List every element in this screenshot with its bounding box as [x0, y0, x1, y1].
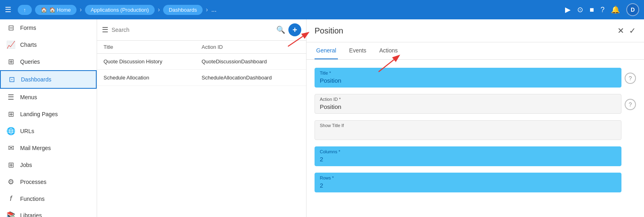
sidebar-item-queries[interactable]: ⊞ Queries [0, 53, 97, 70]
dashboards-button[interactable]: Dashboards [163, 5, 203, 15]
tab-events[interactable]: Events [348, 42, 368, 59]
confirm-icon[interactable]: ✓ [629, 26, 636, 35]
sidebar-item-charts[interactable]: 📈 Charts [0, 36, 97, 53]
sidebar-item-label: Jobs [20, 162, 32, 168]
stop-icon[interactable]: ■ [590, 6, 594, 14]
title-field-value: Position [315, 76, 621, 87]
queries-icon: ⊞ [6, 57, 15, 66]
landing-pages-icon: ⊞ [6, 110, 15, 119]
sidebar-item-processes[interactable]: ⚙ Processes [0, 173, 97, 190]
show-title-if-field-label: Show Title If [315, 121, 621, 129]
column-action-id: Action ID [202, 44, 300, 50]
spotlight-icon[interactable]: ⊙ [577, 5, 583, 14]
rows-field-value: 2 [315, 181, 621, 192]
detail-tabs: General Events Actions [306, 42, 644, 60]
topbar: ☰ ↑ 🏠 🏠 Home › Applications (Production)… [0, 0, 644, 19]
sidebar-item-dashboards[interactable]: ⊡ Dashboards [0, 70, 97, 89]
sidebar-item-landing-pages[interactable]: ⊞ Landing Pages [0, 106, 97, 123]
detail-title: Position [315, 26, 617, 35]
row-action-id: ScheduleAllocationDashboard [202, 75, 300, 81]
menus-icon: ☰ [6, 93, 15, 102]
sidebar-item-forms[interactable]: ⊟ Forms [0, 19, 97, 36]
home-icon: 🏠 [41, 7, 47, 13]
detail-panel: Position ✕ ✓ General Events Actions Titl… [306, 19, 644, 217]
action-id-field-value: Position [315, 102, 621, 113]
show-title-if-field[interactable]: Show Title If [315, 120, 621, 140]
back-button[interactable]: ↑ [18, 5, 32, 15]
search-icon[interactable]: 🔍 [276, 25, 285, 34]
notification-icon[interactable]: 🔔 [611, 5, 620, 14]
show-title-if-field-row: Show Title If ? [315, 120, 636, 140]
title-field[interactable]: Title * Position [315, 68, 621, 88]
sidebar-item-urls[interactable]: 🌐 URLs [0, 123, 97, 140]
columns-field-label: Columns * [315, 147, 621, 155]
applications-button[interactable]: Applications (Production) [85, 5, 155, 15]
sidebar-item-libraries[interactable]: 📚 Libraries [0, 207, 97, 217]
columns-field[interactable]: Columns * 2 [315, 146, 621, 166]
list-columns: Title Action ID [97, 41, 306, 54]
title-field-label: Title * [315, 68, 621, 76]
tab-actions[interactable]: Actions [378, 42, 400, 59]
action-id-field-label: Action ID * [315, 94, 621, 102]
separator-1: › [80, 6, 82, 13]
separator-2: › [158, 6, 160, 13]
rows-field-label: Rows * [315, 173, 621, 181]
columns-field-value: 2 [315, 155, 621, 166]
sidebar-item-label: Menus [20, 94, 37, 100]
row-title: Schedule Allocation [104, 75, 202, 81]
sidebar-item-functions[interactable]: f Functions [0, 190, 97, 207]
charts-icon: 📈 [6, 40, 15, 49]
sidebar-item-label: Functions [20, 196, 45, 202]
user-avatar[interactable]: D [626, 3, 639, 16]
home-button[interactable]: 🏠 🏠 Home [35, 5, 77, 15]
sidebar-item-label: Queries [20, 58, 40, 65]
home-label: 🏠 Home [49, 7, 71, 13]
processes-icon: ⚙ [6, 177, 15, 186]
search-input[interactable] [112, 27, 273, 33]
jobs-icon: ⊞ [6, 161, 15, 169]
columns-field-row: Columns * 2 ? [315, 146, 636, 166]
sidebar-item-label: Mail Merges [20, 145, 51, 151]
column-title: Title [104, 44, 202, 50]
tab-general[interactable]: General [315, 42, 338, 59]
sidebar-item-jobs[interactable]: ⊞ Jobs [0, 156, 97, 173]
action-id-field[interactable]: Action ID * Position [315, 94, 621, 114]
sidebar-item-label: URLs [20, 128, 34, 134]
rows-field-row: Rows * 2 ? [315, 173, 636, 192]
menu-icon[interactable]: ☰ [5, 5, 11, 14]
sidebar-item-menus[interactable]: ☰ Menus [0, 89, 97, 106]
add-button[interactable]: + [288, 23, 301, 36]
sidebar: ⊟ Forms 📈 Charts ⊞ Queries ⊡ Dashboards … [0, 19, 97, 217]
title-help-icon[interactable]: ? [625, 73, 636, 84]
functions-icon: f [6, 194, 15, 203]
row-title: Quote Discussion History [104, 58, 202, 65]
dashboards-icon: ⊡ [7, 75, 16, 84]
play-icon[interactable]: ▶ [565, 5, 571, 14]
action-id-help-icon[interactable]: ? [625, 99, 636, 110]
detail-header: Position ✕ ✓ [306, 19, 644, 42]
list-row[interactable]: Quote Discussion History QuoteDiscussion… [97, 54, 306, 70]
show-title-if-value [315, 129, 621, 140]
filter-icon[interactable]: ☰ [102, 25, 108, 34]
breadcrumb-ellipsis[interactable]: ... [211, 6, 216, 13]
sidebar-item-label: Forms [20, 25, 36, 31]
dashboards-label: Dashboards [169, 7, 197, 13]
libraries-icon: 📚 [6, 211, 15, 217]
list-panel: ☰ 🔍 + Title Action ID Quote Discussion H… [97, 19, 306, 217]
help-icon[interactable]: ? [601, 6, 605, 14]
topbar-right: ▶ ⊙ ■ ? 🔔 D [565, 3, 639, 16]
applications-label: Applications (Production) [91, 7, 149, 13]
forms-icon: ⊟ [6, 23, 15, 32]
row-action-id: QuoteDiscussionDashboard [202, 58, 300, 65]
urls-icon: 🌐 [6, 127, 15, 136]
action-id-field-row: Action ID * Position ? [315, 94, 636, 114]
sidebar-item-label: Landing Pages [20, 111, 58, 117]
list-header: ☰ 🔍 + [97, 19, 306, 41]
list-row[interactable]: Schedule Allocation ScheduleAllocationDa… [97, 70, 306, 86]
sidebar-item-mail-merges[interactable]: ✉ Mail Merges [0, 140, 97, 156]
sidebar-item-label: Charts [20, 42, 37, 48]
main-layout: ⊟ Forms 📈 Charts ⊞ Queries ⊡ Dashboards … [0, 19, 644, 217]
separator-3: › [206, 6, 208, 13]
close-icon[interactable]: ✕ [617, 26, 624, 35]
rows-field[interactable]: Rows * 2 [315, 173, 621, 192]
